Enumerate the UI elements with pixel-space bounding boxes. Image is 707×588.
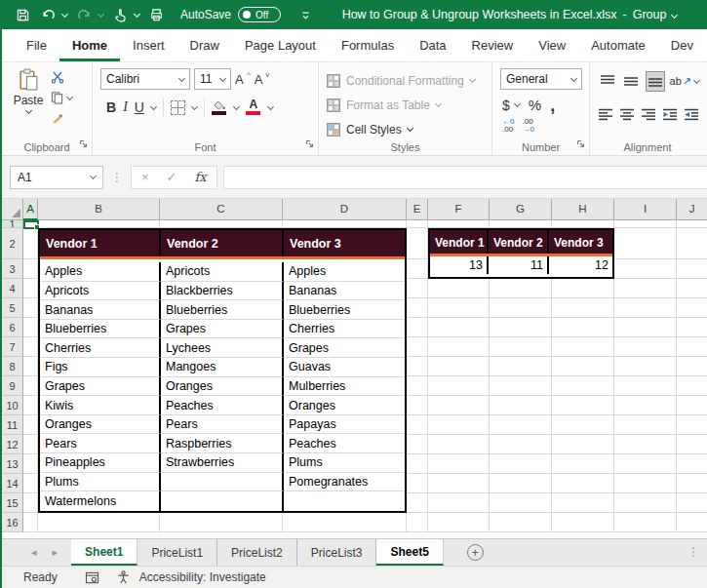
column-header[interactable]: G [490, 199, 552, 220]
sheet-tab[interactable]: Sheet1 [71, 539, 137, 566]
row-header[interactable]: 14 [2, 474, 23, 493]
sheet-tab[interactable]: PriceList2 [217, 539, 297, 566]
row-header[interactable]: 11 [2, 415, 23, 435]
cell[interactable]: Mangoes [161, 358, 284, 377]
decrease-decimal-button[interactable]: .00→0 [522, 118, 533, 134]
cell[interactable]: Blueberries [284, 300, 405, 320]
cell[interactable]: Cherries [40, 338, 161, 358]
ribbon-tab[interactable]: Data [407, 29, 458, 61]
increase-decimal-button[interactable]: ←0.00 [502, 118, 514, 134]
column-header[interactable]: A [23, 199, 38, 220]
tabstrip-grip-icon[interactable]: ⋮ [687, 545, 699, 559]
ribbon-options-icon[interactable] [295, 4, 316, 25]
count-cell[interactable]: 13 [430, 256, 489, 274]
ribbon-tab[interactable]: Page Layout [232, 29, 329, 61]
vendor-header-cell[interactable]: Vendor 1 [40, 230, 161, 256]
cell[interactable]: Apples [284, 262, 405, 282]
cell[interactable]: Apricots [40, 282, 161, 301]
fill-color-button[interactable] [212, 100, 227, 115]
row-header[interactable]: 6 [2, 318, 23, 337]
cell[interactable]: Pears [161, 415, 284, 435]
cell[interactable]: Oranges [40, 415, 161, 435]
column-header[interactable]: H [552, 199, 614, 220]
name-box[interactable]: A1 [10, 166, 103, 189]
cell[interactable]: Oranges [161, 377, 284, 397]
row-header[interactable]: 13 [2, 454, 23, 474]
active-cell-selection[interactable] [23, 220, 39, 229]
cell[interactable]: Peaches [161, 396, 284, 415]
currency-chevron[interactable] [514, 100, 521, 107]
row-header[interactable]: 10 [2, 396, 23, 415]
underline-button[interactable]: U [135, 99, 144, 115]
row-header[interactable]: 2 [2, 228, 23, 259]
count-cell[interactable]: 11 [489, 256, 549, 274]
underline-chevron[interactable] [150, 102, 157, 109]
copy-button[interactable] [51, 89, 72, 106]
format-painter-button[interactable] [51, 109, 64, 127]
cell[interactable]: Lychees [161, 338, 284, 358]
row-header[interactable]: 16 [2, 513, 23, 532]
cell[interactable]: Blueberries [161, 300, 284, 320]
accessibility-status[interactable]: Accessibility: Investigate [139, 570, 266, 584]
cell[interactable]: Mulberries [284, 377, 405, 397]
number-format-combo[interactable]: General [500, 68, 582, 90]
column-header[interactable]: E [407, 199, 428, 220]
cell[interactable]: Grapes [161, 320, 284, 339]
paste-button[interactable]: Paste [10, 68, 47, 127]
autosave-toggle[interactable]: AutoSave Off [180, 7, 281, 22]
cell[interactable]: Guavas [284, 358, 405, 377]
cell[interactable]: Apples [40, 262, 161, 282]
vendor-header-cell[interactable]: Vendor 2 [161, 230, 284, 256]
insert-function-icon[interactable]: fx [195, 170, 207, 184]
currency-button[interactable]: $ [502, 98, 510, 113]
ribbon-tab[interactable]: Draw [177, 29, 232, 61]
cell[interactable]: Cherries [284, 320, 405, 339]
cut-button[interactable] [51, 68, 64, 86]
column-header[interactable]: I [614, 199, 677, 220]
cell[interactable]: Pears [40, 434, 161, 453]
clipboard-dialog-launcher[interactable] [79, 135, 88, 152]
borders-chevron[interactable] [191, 102, 198, 109]
vendor-header-cell[interactable]: Vendor 3 [549, 230, 612, 254]
cell[interactable]: Bananas [40, 300, 161, 320]
align-center-icon[interactable] [619, 104, 636, 125]
undo-icon[interactable] [37, 4, 59, 25]
grid-cells[interactable] [23, 513, 707, 532]
cell[interactable]: Figs [40, 358, 161, 377]
column-header[interactable]: D [283, 199, 407, 220]
cell[interactable]: Blackberries [161, 282, 284, 301]
cell[interactable]: Blueberries [40, 320, 161, 339]
cell[interactable]: Pineapples [40, 453, 161, 473]
font-color-chevron[interactable] [267, 102, 274, 109]
ribbon-tab[interactable]: Formulas [329, 29, 407, 61]
print-preview-icon[interactable] [145, 4, 167, 25]
prev-sheet-icon[interactable]: ◂ [31, 546, 37, 559]
row-header[interactable]: 8 [2, 357, 23, 376]
next-sheet-icon[interactable]: ▸ [53, 546, 59, 559]
comma-style-button[interactable]: , [550, 100, 555, 110]
orientation-button[interactable]: ab↗ [670, 75, 699, 88]
row-header[interactable]: 12 [2, 435, 23, 454]
cell-styles-button[interactable]: Cell Styles [327, 117, 486, 141]
align-left-icon[interactable] [598, 104, 614, 125]
borders-icon[interactable] [171, 100, 185, 115]
cell[interactable] [161, 473, 284, 492]
column-header[interactable]: C [160, 199, 283, 220]
cell[interactable]: Grapes [40, 377, 161, 397]
row-header[interactable]: 1 [2, 220, 23, 228]
row-header[interactable]: 7 [2, 337, 23, 357]
count-cell[interactable]: 12 [549, 256, 612, 274]
fill-color-chevron[interactable] [233, 102, 240, 109]
row-header[interactable]: 9 [2, 376, 23, 396]
cell[interactable]: Bananas [284, 282, 405, 301]
vendor-header-cell[interactable]: Vendor 3 [284, 230, 405, 256]
percent-button[interactable]: % [529, 97, 541, 113]
autosave-switch[interactable]: Off [238, 7, 281, 22]
grow-font-button[interactable]: A^ [235, 72, 251, 87]
cell[interactable]: Grapes [284, 338, 405, 358]
decrease-indent-icon[interactable] [661, 104, 678, 125]
font-size-combo[interactable]: 11 [194, 68, 231, 90]
touch-mode-chevron[interactable] [134, 10, 140, 17]
macro-record-icon[interactable] [85, 571, 99, 584]
sheet-tab[interactable]: PriceList1 [137, 539, 217, 566]
